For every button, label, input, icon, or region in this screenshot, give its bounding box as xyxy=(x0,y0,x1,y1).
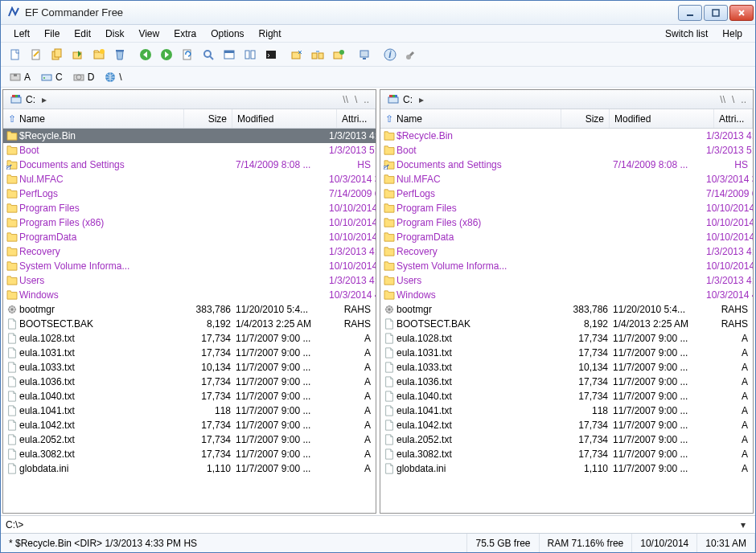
folder-row[interactable]: Boot1/3/2013 5:59 PMHS xyxy=(380,143,753,158)
menu-options[interactable]: Options xyxy=(204,27,250,41)
copy-icon[interactable] xyxy=(47,45,67,64)
right-tab-up-icon[interactable]: \ xyxy=(729,94,738,105)
drive-a[interactable]: A xyxy=(6,69,34,85)
folder-row[interactable]: Program Files (x86)10/10/2014 10:...R xyxy=(380,215,753,230)
breadcrumb-arrow-icon[interactable]: ▸ xyxy=(416,94,427,105)
folder-row[interactable]: PerfLogs7/14/2009 6:20 ... xyxy=(3,186,376,201)
folder-row[interactable]: ProgramData10/10/2014 7:4...H xyxy=(380,230,753,244)
file-row[interactable]: eula.1041.txt11811/7/2007 9:00 ...A xyxy=(380,403,753,418)
right-path-bar[interactable]: C: ▸ \\ \ .. xyxy=(380,90,753,109)
menu-right[interactable]: Right xyxy=(253,27,288,41)
delete-icon[interactable] xyxy=(110,45,129,64)
file-row[interactable]: eula.1042.txt17,73411/7/2007 9:00 ...A xyxy=(3,418,376,432)
menu-file[interactable]: File xyxy=(38,27,66,41)
folder-row[interactable]: Windows10/3/2014 4:43 ... xyxy=(380,288,753,302)
folder-row[interactable]: System Volume Informa...10/10/2014 7:5..… xyxy=(380,259,753,273)
menu-disk[interactable]: Disk xyxy=(99,27,130,41)
file-row[interactable]: eula.1036.txt17,73411/7/2007 9:00 ...A xyxy=(380,375,753,389)
console-icon[interactable] xyxy=(261,45,281,64)
file-row[interactable]: eula.1036.txt17,73411/7/2007 9:00 ...A xyxy=(3,375,376,389)
file-row[interactable]: eula.1040.txt17,73411/7/2007 9:00 ...A xyxy=(380,389,753,403)
search-icon[interactable] xyxy=(199,45,218,64)
folder-row[interactable]: $Recycle.Bin1/3/2013 4:33 PMHS xyxy=(380,129,753,143)
left-tab-up-icon[interactable]: \ xyxy=(351,94,360,105)
file-row[interactable]: eula.1028.txt17,73411/7/2007 9:00 ...A xyxy=(380,331,753,346)
menu-switch-list[interactable]: Switch list xyxy=(659,27,714,41)
file-row[interactable]: eula.1033.txt10,13411/7/2007 9:00 ...A xyxy=(3,360,376,375)
file-row[interactable]: BOOTSECT.BAK8,1921/4/2013 2:25 AMRAHS xyxy=(380,317,753,331)
settings-icon[interactable] xyxy=(401,45,421,64)
network-icon[interactable] xyxy=(355,45,374,64)
col-attributes[interactable]: Attri... xyxy=(337,109,376,128)
file-row[interactable]: eula.3082.txt17,73411/7/2007 9:00 ...A xyxy=(380,447,753,461)
folder-row[interactable]: Recovery1/3/2013 4:31 PMHS xyxy=(380,244,753,259)
forward-icon[interactable] xyxy=(157,45,176,64)
file-row[interactable]: BOOTSECT.BAK8,1921/4/2013 2:25 AMRAHS xyxy=(3,317,376,331)
view-list-icon[interactable] xyxy=(220,45,239,64)
info-icon[interactable]: i xyxy=(380,45,400,64)
file-row[interactable]: bootmgr383,78611/20/2010 5:4...RAHS xyxy=(3,302,376,317)
pack-icon[interactable] xyxy=(329,45,348,64)
menu-left[interactable]: Left xyxy=(7,27,36,41)
folder-row[interactable]: $Recycle.Bin1/3/2013 4:33 PMHS xyxy=(3,129,376,143)
folder-row[interactable]: PerfLogs7/14/2009 6:20 ... xyxy=(380,186,753,201)
right-tab-root-icon[interactable]: \\ xyxy=(717,94,729,105)
folder-row[interactable]: Users1/3/2013 4:32 PMR xyxy=(3,273,376,288)
file-row[interactable]: eula.1042.txt17,73411/7/2007 9:00 ...A xyxy=(380,418,753,432)
right-tab-parent-icon[interactable]: .. xyxy=(738,94,750,105)
sync-icon[interactable] xyxy=(287,45,306,64)
back-icon[interactable] xyxy=(136,45,155,64)
menu-help[interactable]: Help xyxy=(716,27,749,41)
file-row[interactable]: eula.1031.txt17,73411/7/2007 9:00 ...A xyxy=(3,346,376,360)
folder-row[interactable]: Recovery1/3/2013 4:31 PMHS xyxy=(3,244,376,259)
edit-icon[interactable] xyxy=(27,45,46,64)
left-path-bar[interactable]: C: ▸ \\ \ .. xyxy=(3,90,376,109)
folder-row[interactable]: Program Files10/10/2014 10:...R xyxy=(380,201,753,215)
col-size[interactable]: Size xyxy=(561,109,610,128)
right-drive-indicator[interactable]: C: xyxy=(384,93,416,106)
file-row[interactable]: eula.1033.txt10,13411/7/2007 9:00 ...A xyxy=(380,360,753,375)
move-icon[interactable] xyxy=(68,45,88,64)
folder-row[interactable]: ProgramData10/10/2014 7:4...H xyxy=(3,230,376,244)
col-name[interactable]: ⇧Name xyxy=(3,109,184,128)
col-modified[interactable]: Modified xyxy=(610,109,714,128)
new-folder-icon[interactable] xyxy=(89,45,109,64)
drive-c[interactable]: C xyxy=(37,69,66,85)
file-row[interactable]: eula.2052.txt17,73411/7/2007 9:00 ...A xyxy=(380,432,753,447)
command-dropdown-icon[interactable]: ▾ xyxy=(736,519,750,530)
file-row[interactable]: eula.1028.txt17,73411/7/2007 9:00 ...A xyxy=(3,331,376,346)
command-line[interactable]: C:\> ▾ xyxy=(1,515,755,533)
file-row[interactable]: eula.1041.txt11811/7/2007 9:00 ...A xyxy=(3,403,376,418)
maximize-button[interactable] xyxy=(704,5,728,21)
menu-extra[interactable]: Extra xyxy=(167,27,203,41)
drive-network[interactable]: \ xyxy=(101,69,125,85)
new-file-icon[interactable] xyxy=(6,45,25,64)
folder-row[interactable]: Documents and Settings7/14/2009 8:08 ...… xyxy=(3,158,376,172)
folder-row[interactable]: Users1/3/2013 4:32 PMR xyxy=(380,273,753,288)
left-drive-indicator[interactable]: C: xyxy=(6,93,39,106)
file-row[interactable]: eula.1031.txt17,73411/7/2007 9:00 ...A xyxy=(380,346,753,360)
folder-row[interactable]: Nul.MFAC10/3/2014 3:35 ...HS xyxy=(3,172,376,186)
menu-edit[interactable]: Edit xyxy=(68,27,97,41)
menu-view[interactable]: View xyxy=(132,27,166,41)
drive-d[interactable]: D xyxy=(69,69,98,85)
breadcrumb-arrow-icon[interactable]: ▸ xyxy=(39,94,50,105)
file-row[interactable]: bootmgr383,78611/20/2010 5:4...RAHS xyxy=(380,302,753,317)
file-row[interactable]: eula.3082.txt17,73411/7/2007 9:00 ...A xyxy=(3,447,376,461)
col-modified[interactable]: Modified xyxy=(232,109,337,128)
folder-row[interactable]: Documents and Settings7/14/2009 8:08 ...… xyxy=(380,158,753,172)
folder-row[interactable]: Nul.MFAC10/3/2014 3:35 ...HS xyxy=(380,172,753,186)
refresh-icon[interactable] xyxy=(178,45,197,64)
left-tab-parent-icon[interactable]: .. xyxy=(360,94,372,105)
folder-row[interactable]: Program Files10/10/2014 10:...R xyxy=(3,201,376,215)
col-name[interactable]: ⇧Name xyxy=(380,109,561,128)
col-attributes[interactable]: Attri... xyxy=(714,109,753,128)
compare-icon[interactable] xyxy=(308,45,327,64)
file-row[interactable]: eula.1040.txt17,73411/7/2007 9:00 ...A xyxy=(3,389,376,403)
left-file-list[interactable]: $Recycle.Bin1/3/2013 4:33 PMHSBoot1/3/20… xyxy=(3,129,376,513)
folder-row[interactable]: Windows10/3/2014 4:43 ... xyxy=(3,288,376,302)
left-tab-root-icon[interactable]: \\ xyxy=(339,94,351,105)
minimize-button[interactable] xyxy=(678,5,702,21)
view-split-icon[interactable] xyxy=(240,45,260,64)
file-row[interactable]: globdata.ini1,11011/7/2007 9:00 ...A xyxy=(380,461,753,476)
